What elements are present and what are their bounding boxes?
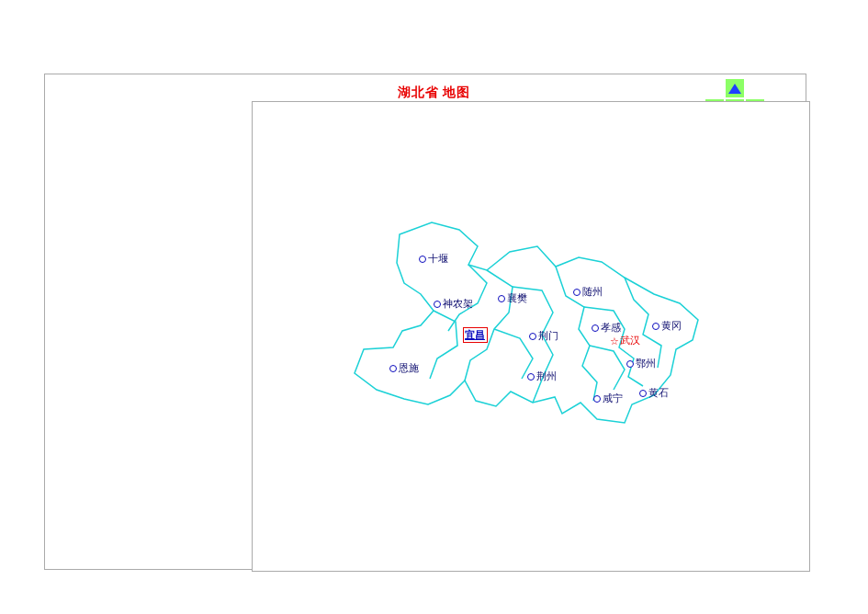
map-canvas: 十堰神农架襄樊随州宜昌荆门孝感黄冈☆武汉恩施荆州鄂州黄石咸宁 — [349, 211, 790, 469]
region-border — [513, 287, 553, 403]
region-border — [465, 270, 513, 381]
region-border — [625, 278, 661, 368]
region-border — [430, 311, 457, 379]
region-border — [494, 329, 533, 379]
region-border — [556, 267, 597, 401]
map-svg — [349, 211, 790, 469]
region-border — [590, 346, 625, 390]
arrow-up-icon[interactable] — [726, 79, 744, 97]
